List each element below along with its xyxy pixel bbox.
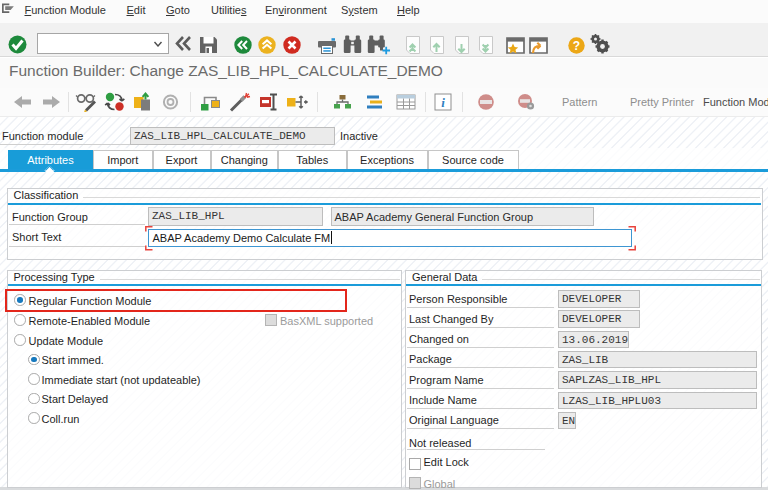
svg-text:i: i <box>441 95 445 110</box>
svg-text:?: ? <box>573 39 580 53</box>
